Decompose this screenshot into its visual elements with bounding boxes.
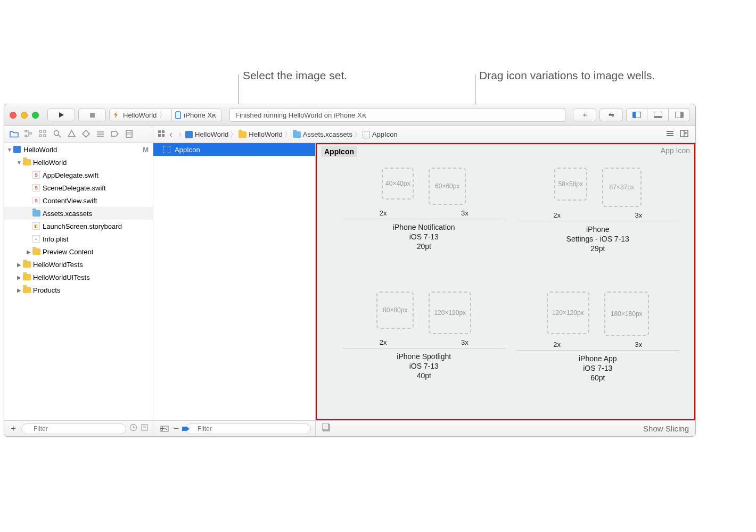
navigator-item[interactable]: ≡Info.plist xyxy=(4,232,153,245)
show-slicing-button[interactable]: Show Slicing xyxy=(643,424,689,433)
file-icon: S xyxy=(32,171,40,179)
scale-label: 2x xyxy=(553,340,561,348)
navigator-item[interactable]: ▶Preview Content xyxy=(4,245,153,258)
navigator-item[interactable]: ▼HelloWorld xyxy=(4,156,153,169)
icon-group-label: iPhoneSettings - iOS 7-1329pt xyxy=(566,225,629,254)
source-control-badge: M xyxy=(143,146,149,154)
scale-label: 3x xyxy=(635,340,643,348)
image-well[interactable]: 60×60px xyxy=(429,168,466,205)
forward-button[interactable]: › xyxy=(176,129,184,140)
asset-item-appicon[interactable]: AppIcon xyxy=(153,143,315,156)
navigator-item[interactable]: ◧LaunchScreen.storyboard xyxy=(4,220,153,232)
svg-point-9 xyxy=(54,130,59,135)
svg-rect-1 xyxy=(176,112,180,119)
symbol-navigator-tab[interactable] xyxy=(38,129,47,140)
navigator-root[interactable]: ▼ HelloWorld M xyxy=(4,143,153,156)
file-icon xyxy=(22,260,31,269)
tag-button[interactable] xyxy=(178,420,194,436)
toggle-inspector-button[interactable] xyxy=(669,109,690,121)
svg-rect-14 xyxy=(162,134,165,137)
navigator-item[interactable]: ▶HelloWorldUITests xyxy=(4,271,153,284)
toggle-navigator-button[interactable] xyxy=(626,109,647,121)
back-button[interactable]: ‹ xyxy=(167,129,175,140)
svg-rect-3 xyxy=(25,135,27,137)
callout-left: Select the image set. xyxy=(243,69,347,82)
navigator-item[interactable]: Assets.xcassets xyxy=(4,207,153,220)
file-icon: S xyxy=(32,184,40,192)
device-icon xyxy=(175,111,181,119)
stop-button[interactable] xyxy=(78,109,106,121)
file-icon: ◧ xyxy=(32,222,40,230)
navigator-filter-input[interactable] xyxy=(21,423,126,434)
file-icon xyxy=(32,247,40,256)
scheme-target[interactable]: HelloWorld 〉 xyxy=(109,109,172,121)
editor-layout-button[interactable] xyxy=(665,130,675,139)
code-review-button[interactable]: ⇋ xyxy=(599,109,623,121)
navigator-item-label: AppDelegate.swift xyxy=(43,171,149,179)
app-icon xyxy=(113,111,120,119)
navigator-filter-bar: ＋ xyxy=(4,421,153,436)
debug-navigator-tab[interactable] xyxy=(96,129,105,140)
jump-bar: ‹ › HelloWorld 〉 HelloWorld 〉 Assets.xca… xyxy=(153,129,665,140)
navigator-item[interactable]: SSceneDelegate.swift xyxy=(4,181,153,194)
image-well[interactable]: 87×87px xyxy=(602,168,642,207)
asset-view-mode-button[interactable] xyxy=(322,423,332,434)
add-editor-button[interactable] xyxy=(680,130,689,139)
add-file-button[interactable]: ＋ xyxy=(9,423,18,434)
recent-filter-button[interactable] xyxy=(129,423,137,434)
icon-group-label: iPhone SpotlightiOS 7-1340pt xyxy=(397,352,451,381)
test-navigator-tab[interactable] xyxy=(81,129,91,140)
issue-navigator-tab[interactable] xyxy=(67,129,76,140)
icon-group: 40×40px60×60px2x3xiPhone NotificationiOS… xyxy=(342,168,506,286)
navigator-item[interactable]: SContentView.swift xyxy=(4,194,153,207)
library-button[interactable]: ＋ xyxy=(573,109,596,121)
icon-group: 120×120px180×180px2x3xiPhone AppiOS 7-13… xyxy=(516,292,680,410)
related-items-button[interactable] xyxy=(158,130,166,139)
navigator-item-label: Assets.xcassets xyxy=(43,210,149,218)
callout-right: Drag icon variations to image wells. xyxy=(479,69,655,82)
activity-status-text: Finished running HelloWorld on iPhone Xʀ xyxy=(235,111,366,119)
navigator-item-label: Products xyxy=(33,286,149,294)
image-well[interactable]: 180×180px xyxy=(604,292,649,336)
image-well[interactable]: 58×58px xyxy=(554,168,587,201)
zoom-window-button[interactable] xyxy=(32,112,39,119)
svg-rect-12 xyxy=(162,130,165,133)
navigator-item[interactable]: SAppDelegate.swift xyxy=(4,169,153,181)
asset-filter-input[interactable] xyxy=(185,423,311,434)
navigator-item-label: Info.plist xyxy=(43,235,149,243)
breadcrumb-folder[interactable]: HelloWorld xyxy=(239,130,282,138)
report-navigator-tab[interactable] xyxy=(125,129,134,140)
scheme-destination[interactable]: iPhone Xʀ xyxy=(172,109,222,121)
navigator-item-label: HelloWorldTests xyxy=(33,261,149,269)
asset-outline: AppIcon xyxy=(153,143,316,420)
breakpoint-navigator-tab[interactable] xyxy=(110,129,119,140)
scm-filter-button[interactable] xyxy=(141,423,149,434)
breadcrumb-assets[interactable]: Assets.xcassets xyxy=(293,130,352,138)
navigator-item-label: LaunchScreen.storyboard xyxy=(43,222,149,230)
find-navigator-tab[interactable] xyxy=(53,129,62,140)
navigator-item[interactable]: ▶HelloWorldTests xyxy=(4,258,153,271)
breadcrumb-appicon[interactable]: AppIcon xyxy=(363,130,398,138)
breadcrumb-project[interactable]: HelloWorld xyxy=(185,130,228,138)
scheme-selector[interactable]: HelloWorld 〉 iPhone Xʀ xyxy=(109,109,222,121)
image-well[interactable]: 120×120px xyxy=(547,292,589,334)
navigator-item[interactable]: ▶Products xyxy=(4,284,153,296)
toggle-debug-button[interactable] xyxy=(647,109,669,121)
minimize-window-button[interactable] xyxy=(21,112,28,119)
appicon-set-icon xyxy=(163,146,170,153)
breadcrumb-label: HelloWorld xyxy=(195,130,228,138)
outline-view-button[interactable] xyxy=(154,420,175,436)
image-well[interactable]: 120×120px xyxy=(429,292,471,334)
bottom-bars: ＋ ＋ − Show Slicing xyxy=(4,420,695,436)
run-button[interactable] xyxy=(47,109,75,121)
file-icon xyxy=(22,158,31,167)
navigator-item-label: ContentView.swift xyxy=(43,197,149,205)
source-control-navigator-tab[interactable] xyxy=(24,129,33,140)
image-well[interactable]: 40×40px xyxy=(382,168,414,200)
navigator-root-label: HelloWorld xyxy=(23,146,143,154)
project-navigator-tab[interactable] xyxy=(10,129,19,140)
image-well[interactable]: 80×80px xyxy=(376,292,414,329)
breadcrumb-label: Assets.xcassets xyxy=(303,130,352,138)
titlebar: HelloWorld 〉 iPhone Xʀ Finished running … xyxy=(4,104,695,126)
close-window-button[interactable] xyxy=(10,112,17,119)
